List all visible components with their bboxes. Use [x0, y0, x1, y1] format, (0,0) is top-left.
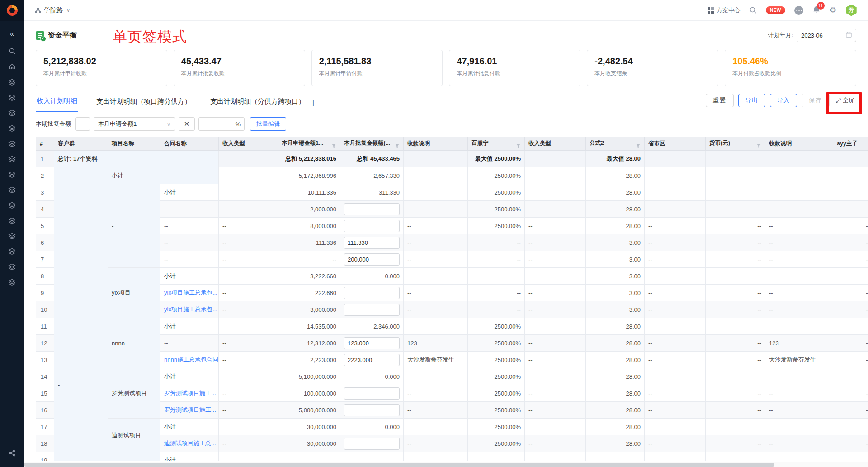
table-cell: --: [833, 251, 868, 268]
approve-amount-input[interactable]: [344, 253, 400, 266]
table-cell: 111.336: [278, 234, 340, 251]
filter-funnel-icon[interactable]: [516, 143, 521, 148]
batch-edit-button[interactable]: 批量编辑: [250, 117, 286, 131]
contract-link[interactable]: 迪测试项目施工总...: [164, 440, 216, 447]
sidebar-item-layers-icon[interactable]: [4, 228, 20, 243]
table-cell: 28.00: [586, 385, 645, 402]
org-switcher[interactable]: 学院路 ∨: [35, 6, 70, 14]
contract-link[interactable]: ylx项目施工总承包...: [164, 289, 217, 296]
approve-amount-input[interactable]: [344, 404, 400, 416]
approve-amount-input[interactable]: [344, 203, 400, 215]
table-cell: --: [468, 285, 525, 301]
filter-funnel-icon[interactable]: [331, 143, 336, 148]
contract-link[interactable]: 罗芳测试项目施工...: [164, 390, 216, 396]
tab-2[interactable]: 支出计划明细（分供方跨项目）: [209, 93, 306, 112]
sidebar-item-layers-icon[interactable]: [4, 259, 20, 274]
filter-funnel-icon[interactable]: [395, 143, 400, 148]
sidebar-item-layers-icon[interactable]: [4, 105, 20, 120]
table-row: 15罗芳测试项目施工...--100,000.000--2500.00%--28…: [36, 385, 868, 402]
sidebar-item-layers-icon[interactable]: [4, 90, 20, 105]
table-row: 9ylx项目施工总承包...--222.660------3.00-------…: [36, 285, 868, 301]
sidebar-item-collapse-icon[interactable]: «: [4, 26, 20, 42]
plan-month-picker[interactable]: 2023-06: [797, 29, 856, 42]
sidebar-item-layers-icon[interactable]: [4, 136, 20, 151]
sidebar-item-layers-icon[interactable]: [4, 74, 20, 90]
column-header-currency: 货币(元): [706, 137, 765, 151]
notifications-button[interactable]: 11: [812, 5, 821, 15]
table-cell: 小计: [160, 268, 219, 285]
contract-link[interactable]: 罗芳测试项目施工...: [164, 406, 216, 413]
table-cell: --: [160, 201, 219, 218]
avatar[interactable]: 芳: [845, 5, 857, 16]
table-cell: [645, 184, 706, 201]
table-cell: --: [645, 402, 706, 419]
export-button[interactable]: 导出: [738, 94, 765, 107]
operator-box[interactable]: =: [75, 117, 90, 131]
kpi-label: 本月累计批复付款: [457, 70, 573, 77]
kpi-label: 本月付款占收款比例: [732, 70, 849, 77]
sidebar-item-layers-icon[interactable]: [4, 182, 20, 197]
tab-divider: |: [312, 98, 314, 106]
percent-input[interactable]: [203, 121, 234, 128]
table-cell: 0.000: [340, 368, 404, 385]
table-cell: 3: [36, 184, 54, 201]
cell-amount-input-wrap: [340, 201, 404, 218]
import-button[interactable]: 导入: [770, 94, 797, 107]
contract-link[interactable]: nnnn施工总承包合同: [164, 356, 218, 363]
new-badge[interactable]: NEW: [766, 6, 785, 14]
table-cell: --: [645, 352, 706, 368]
app-logo[interactable]: [0, 0, 24, 21]
approve-amount-input[interactable]: [344, 237, 400, 249]
column-header-note2: 收款说明: [765, 137, 833, 151]
table-cell: --: [765, 234, 833, 251]
filter-select[interactable]: 本月申请金额1 ∨: [94, 117, 175, 131]
sidebar-item-layers-icon[interactable]: [4, 213, 20, 228]
sidebar-item-layers-icon[interactable]: [4, 151, 20, 167]
sidebar-item-home-icon[interactable]: [4, 59, 20, 74]
approve-amount-input[interactable]: [344, 220, 400, 232]
approve-amount-input[interactable]: [344, 438, 400, 450]
kpi-value: -2,482.54: [594, 56, 711, 67]
approve-amount-input[interactable]: [344, 337, 400, 349]
table-row: 3-小计10,111.336311.3302500.00%28.00: [36, 184, 868, 201]
reset-button[interactable]: 重置: [706, 94, 734, 107]
search-button[interactable]: [749, 6, 757, 14]
table-cell: [525, 268, 586, 285]
table-row: 7------------3.00--------: [36, 251, 868, 268]
contract-link[interactable]: ylx项目施工总承包...: [164, 306, 217, 313]
column-header-note: 收款说明: [404, 137, 468, 151]
sidebar-item-layers-icon[interactable]: [4, 167, 20, 182]
table-cell: [340, 452, 404, 461]
sidebar-item-layers-icon[interactable]: [4, 120, 20, 136]
approve-amount-input[interactable]: [344, 287, 400, 299]
sidebar-item-layers-icon[interactable]: [4, 197, 20, 213]
sidebar-item-layers-icon[interactable]: [4, 243, 20, 259]
filter-funnel-icon[interactable]: [756, 143, 761, 148]
table-cell: 222.660: [278, 285, 340, 301]
approve-amount-input[interactable]: [344, 387, 400, 400]
horizontal-scrollbar[interactable]: [24, 463, 774, 467]
sidebar-item-flow-icon[interactable]: [4, 445, 20, 461]
table-cell: 小计: [160, 318, 219, 335]
filter-funnel-icon[interactable]: [636, 143, 641, 148]
sidebar-item-layers-icon[interactable]: [4, 274, 20, 290]
sidebar-item-search-icon[interactable]: [4, 43, 20, 59]
approve-amount-input[interactable]: [344, 354, 400, 366]
table-cell: [404, 452, 468, 461]
table-cell: [404, 268, 468, 285]
chat-icon[interactable]: [794, 6, 803, 15]
plan-center-button[interactable]: 方案中心: [708, 6, 740, 14]
save-button[interactable]: 保存: [802, 94, 830, 107]
tab-0[interactable]: 收入计划明细: [36, 92, 78, 112]
table-cell: [525, 184, 586, 201]
approve-amount-input[interactable]: [344, 304, 400, 316]
tab-1[interactable]: 支出计划明细（项目跨分供方）: [95, 93, 192, 112]
column-header-customer: 客户群: [54, 137, 108, 151]
table-cell: [525, 368, 586, 385]
table-cell: 小计: [160, 452, 219, 461]
clear-filter-button[interactable]: ✕: [179, 117, 195, 131]
plan-center-label: 方案中心: [717, 6, 740, 14]
table-row: 14罗芳测试项目小计5,100,000.0000.0002500.00%28.0…: [36, 368, 868, 385]
settings-button[interactable]: ⚙: [830, 5, 836, 15]
fullscreen-button[interactable]: ⤢ 全屏: [834, 96, 856, 105]
